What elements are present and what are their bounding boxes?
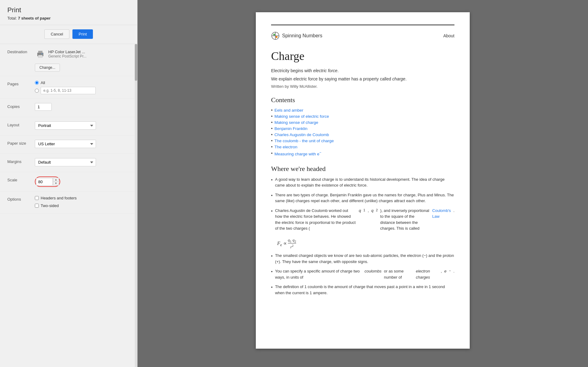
print-header: Print Total: 7 sheets of paper — [0, 0, 137, 25]
page-intro-1: Electricity begins with electric force. — [271, 68, 454, 74]
pages-custom-input[interactable] — [41, 87, 96, 94]
toc-item-5: Charles Augustin de Coulomb — [271, 132, 454, 137]
layout-row: Layout Portrait Landscape — [0, 117, 137, 135]
scale-row: Scale ▲ ▼ — [0, 172, 137, 191]
toc-item-7: The electron — [271, 144, 454, 149]
pages-row: Pages All — [0, 76, 137, 99]
headers-footers-row: Headers and footers — [35, 196, 130, 200]
content-item-4: The smallest charged objects we know of … — [271, 253, 454, 265]
copies-content — [35, 103, 130, 111]
print-body: Destination HP Color LaserJet ... Generi… — [0, 44, 137, 367]
scrollbar-track — [135, 44, 137, 367]
scale-stepper: ▲ ▼ — [53, 178, 59, 186]
content-item-6: The definition of 1 coulomb is the amoun… — [271, 284, 454, 296]
coulombs-law-link[interactable]: Coulomb's Law — [432, 208, 451, 220]
scale-content: ▲ ▼ — [35, 176, 130, 187]
toc-link-1[interactable]: Eels and amber — [274, 108, 303, 113]
printer-icon — [35, 48, 46, 59]
pages-all-row: All — [35, 80, 130, 85]
contents-heading: Contents — [271, 96, 454, 104]
copies-input[interactable] — [35, 103, 52, 111]
site-logo: Spinning Numbers — [271, 32, 322, 40]
pages-content: All — [35, 80, 130, 94]
content-list: A good way to learn about charge is to u… — [271, 176, 454, 232]
scale-up-button[interactable]: ▲ — [53, 178, 59, 182]
pages-all-radio[interactable] — [35, 81, 39, 85]
options-row: Options Headers and footers Two-sided — [0, 191, 137, 214]
scale-label: Scale — [7, 176, 35, 182]
paper-size-content: US Letter A4 Legal — [35, 140, 130, 148]
change-button[interactable]: Change... — [35, 64, 60, 72]
layout-select[interactable]: Portrait Landscape — [35, 121, 96, 130]
margins-label: Margins — [7, 158, 35, 164]
toc-item-1: Eels and amber — [271, 108, 454, 113]
page-author: Written by Willy McAllister. — [271, 84, 454, 89]
scale-wrap: ▲ ▼ — [35, 176, 130, 187]
pages-custom-row — [35, 87, 130, 94]
print-panel: Print Total: 7 sheets of paper Cancel Pr… — [0, 0, 138, 367]
about-link[interactable]: About — [443, 33, 454, 38]
content-item-1: A good way to learn about charge is to u… — [271, 176, 454, 188]
page-title: Charge — [271, 49, 454, 63]
print-buttons: Cancel Print — [0, 25, 137, 44]
toc-link-2[interactable]: Making sense of electric force — [274, 114, 329, 119]
toc-link-5[interactable]: Charles Augustin de Coulomb — [274, 132, 329, 137]
where-heading: Where we're headed — [271, 165, 454, 173]
toc-link-6[interactable]: The coulomb - the unit of charge — [274, 139, 334, 143]
site-name: Spinning Numbers — [282, 33, 322, 39]
pages-radio-group: All — [35, 80, 130, 94]
toc-item-8: Measuring charge with e− — [271, 150, 454, 156]
options-content: Headers and footers Two-sided — [35, 196, 130, 209]
content-item-2: There are two types of charge. Benjamin … — [271, 192, 454, 204]
margins-content: Default None Minimum Custom — [35, 158, 130, 166]
cancel-button[interactable]: Cancel — [44, 29, 69, 39]
toc-item-6: The coulomb - the unit of charge — [271, 138, 454, 143]
formula-fraction: q1 q2 r2 — [288, 238, 296, 250]
printer-details: HP Color LaserJet ... Generic PostScript… — [48, 50, 86, 58]
svg-point-7 — [273, 34, 275, 35]
print-button[interactable]: Print — [72, 29, 93, 39]
destination-content: HP Color LaserJet ... Generic PostScript… — [35, 48, 130, 72]
svg-rect-3 — [42, 54, 42, 54]
svg-rect-2 — [38, 55, 42, 57]
page-top-border — [271, 24, 454, 25]
margins-select[interactable]: Default None Minimum Custom — [35, 158, 96, 166]
destination-label: Destination — [7, 48, 35, 54]
toc-item-3: Making sense of charge — [271, 120, 454, 125]
headers-footers-label: Headers and footers — [41, 196, 77, 200]
preview-area: Spinning Numbers About Charge Electricit… — [138, 0, 588, 367]
pages-label: Pages — [7, 80, 35, 86]
content-list-2: The smallest charged objects we know of … — [271, 253, 454, 296]
toc-link-4[interactable]: Benjamin Franklin — [274, 126, 307, 131]
page-intro-2: We explain electric force by saying matt… — [271, 76, 454, 82]
toc-item-2: Making sense of electric force — [271, 114, 454, 119]
scale-input-wrap: ▲ ▼ — [35, 176, 60, 187]
formula-block: Fe ∝ q1 q2 r2 — [277, 238, 454, 250]
paper-size-label: Paper size — [7, 140, 35, 146]
options-label: Options — [7, 196, 35, 202]
scale-input[interactable] — [36, 178, 53, 186]
two-sided-checkbox[interactable] — [35, 204, 39, 208]
copies-row: Copies — [0, 99, 137, 117]
pages-custom-radio[interactable] — [35, 89, 39, 93]
toc-link-3[interactable]: Making sense of charge — [274, 120, 318, 125]
scale-down-button[interactable]: ▼ — [53, 182, 59, 185]
scrollbar-thumb[interactable] — [135, 44, 137, 81]
paper-size-row: Paper size US Letter A4 Legal — [0, 135, 137, 154]
two-sided-label: Two-sided — [41, 203, 59, 208]
toc-link-8[interactable]: Measuring charge with e− — [274, 150, 322, 156]
toc-link-7[interactable]: The electron — [274, 145, 297, 149]
logo-icon — [271, 32, 280, 40]
content-item-3: Charles Augustin de Coulomb worked out h… — [271, 208, 454, 232]
print-title: Print — [7, 6, 130, 14]
toc-list: Eels and amber Making sense of electric … — [271, 108, 454, 156]
destination-info: HP Color LaserJet ... Generic PostScript… — [35, 48, 130, 59]
printer-sub: Generic PostScript Pr... — [48, 54, 86, 58]
headers-footers-checkbox[interactable] — [35, 196, 39, 200]
content-item-5: You can specify a specific amount of cha… — [271, 268, 454, 280]
print-sheets: Total: 7 sheets of paper — [7, 16, 130, 20]
copies-label: Copies — [7, 103, 35, 109]
paper-size-select[interactable]: US Letter A4 Legal — [35, 140, 96, 148]
margins-row: Margins Default None Minimum Custom — [0, 154, 137, 172]
page-preview: Spinning Numbers About Charge Electricit… — [256, 12, 470, 349]
